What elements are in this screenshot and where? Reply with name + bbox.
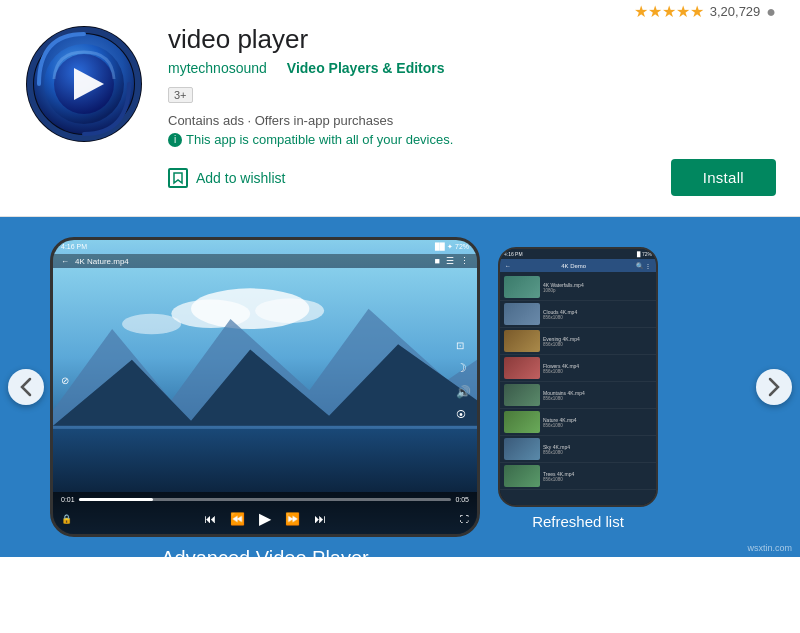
playlist-size-5: 856x1080 — [543, 396, 652, 401]
list-icon: ☰ — [446, 256, 454, 266]
person-icon: ● — [766, 3, 776, 21]
mountain-background — [53, 268, 477, 492]
rewind-icon: ⏪ — [230, 512, 245, 526]
stars: ★ ★ ★ ★ ★ — [634, 2, 704, 21]
back-icon: ← — [61, 257, 69, 266]
time-start: 0:01 — [61, 496, 75, 503]
fullscreen-icon: ⛶ — [460, 514, 469, 524]
screenshots-container: 4:16 PM ▉▉ ✦ 72% ← 4K Nature.mp4 ■ ☰ ⋮ — [0, 217, 800, 557]
progress-bar-container: 0:01 0:05 — [61, 496, 469, 503]
thumb-8 — [504, 465, 540, 487]
more-icon: ⋮ — [460, 256, 469, 266]
sec-time: 4:16 PM — [504, 251, 523, 257]
star-3: ★ — [662, 2, 676, 21]
thumb-1 — [504, 276, 540, 298]
playlist-size-4: 856x1080 — [543, 369, 652, 374]
playlist-info-5: Mountains 4K.mp4 856x1080 — [543, 390, 652, 401]
sec-back: ← — [505, 263, 511, 269]
status-icons: ▉▉ ✦ 72% — [435, 243, 469, 251]
progress-track — [79, 498, 452, 501]
playlist-info-6: Nature 4K.mp4 856x1080 — [543, 417, 652, 428]
screenshot-1: 4:16 PM ▉▉ ✦ 72% ← 4K Nature.mp4 ■ ☰ ⋮ — [50, 237, 480, 537]
thumb-7 — [504, 438, 540, 460]
playlist-info-8: Trees 4K.mp4 856x1080 — [543, 471, 652, 482]
sec-top-bar: ← 4K Demo 🔍 ⋮ — [500, 259, 656, 272]
playlist-item-3: Evening 4K.mp4 856x1080 — [500, 328, 656, 355]
app-page: video player mytechnosound ​ Video Playe… — [0, 0, 800, 633]
svg-rect-14 — [53, 426, 477, 429]
app-icon — [24, 24, 144, 144]
compat-text: This app is compatible with all of your … — [186, 132, 453, 147]
playlist-item-7: Sky 4K.mp4 856x1080 — [500, 436, 656, 463]
skip-back-icon: ⏮ — [204, 512, 216, 526]
age-rating-badge: 3+ — [168, 87, 193, 103]
screenshot-2: 4:16 PM ▉ 72% ← 4K Demo 🔍 ⋮ — [498, 247, 658, 527]
video-top-bar: ← 4K Nature.mp4 ■ ☰ ⋮ — [53, 254, 477, 268]
app-developer-link[interactable]: mytechnosound — [168, 60, 267, 76]
app-info-section: video player mytechnosound ​ Video Playe… — [0, 0, 800, 217]
bottom-actions: Add to wishlist Install — [168, 159, 776, 196]
star-1: ★ — [634, 2, 648, 21]
rating-row: ★ ★ ★ ★ ★ 3,20,729 ● — [634, 2, 776, 21]
app-title: video player — [168, 24, 445, 55]
moon-icon: ☽ — [456, 361, 471, 375]
sec-icons: ▉ 72% — [637, 251, 652, 257]
playlist-info-7: Sky 4K.mp4 856x1080 — [543, 444, 652, 455]
crop-icon: ⊡ — [456, 340, 471, 351]
time-end: 0:05 — [455, 496, 469, 503]
playlist-items: 4K Waterfalls.mp4 1080p Clouds 4K.mp4 85… — [500, 272, 656, 492]
playlist-item-6: Nature 4K.mp4 856x1080 — [500, 409, 656, 436]
video-top-controls: ■ ☰ ⋮ — [435, 256, 469, 266]
status-bar: 4:16 PM ▉▉ ✦ 72% — [53, 240, 477, 254]
sec-title: 4K Demo — [561, 263, 586, 269]
skip-forward-icon: ⏭ — [314, 512, 326, 526]
playlist-info-3: Evening 4K.mp4 856x1080 — [543, 336, 652, 347]
add-to-wishlist-button[interactable]: Add to wishlist — [168, 168, 285, 188]
app-icon-container — [24, 24, 144, 144]
watermark: wsxtin.com — [747, 543, 792, 553]
playlist-size-8: 856x1080 — [543, 477, 652, 482]
volume-icon: 🔊 — [456, 385, 471, 399]
thumb-5 — [504, 384, 540, 406]
rating-section: ★ ★ ★ ★ ★ 3,20,729 ● — [634, 24, 776, 113]
thumb-3 — [504, 330, 540, 352]
thumb-2 — [504, 303, 540, 325]
svg-rect-13 — [53, 426, 477, 492]
playlist-item-5: Mountains 4K.mp4 856x1080 — [500, 382, 656, 409]
app-category-link[interactable]: Video Players & Editors — [287, 60, 445, 76]
playlist-size-6: 856x1080 — [543, 423, 652, 428]
app-details: video player mytechnosound ​ Video Playe… — [168, 24, 776, 196]
rating-count: 3,20,729 — [710, 4, 761, 19]
playlist-info-2: Clouds 4K.mp4 856x1080 — [543, 309, 652, 320]
video-landscape: ⊡ ☽ 🔊 ⦿ ⊘ — [53, 268, 477, 492]
install-button[interactable]: Install — [671, 159, 776, 196]
app-meta-row: mytechnosound ​ Video Players & Editors — [168, 59, 445, 77]
playlist-size-7: 856x1080 — [543, 450, 652, 455]
screenshot-2-caption: Refreshed list — [498, 507, 658, 530]
phone-frame-secondary: 4:16 PM ▉ 72% ← 4K Demo 🔍 ⋮ — [498, 247, 658, 507]
app-compat: i This app is compatible with all of you… — [168, 132, 776, 147]
playlist-info-4: Flowers 4K.mp4 856x1080 — [543, 363, 652, 374]
video-bottom-controls: 0:01 0:05 🔒 ⏮ ⏪ ▶ ⏩ — [53, 492, 477, 534]
thumb-4 — [504, 357, 540, 379]
playlist-item-4: Flowers 4K.mp4 856x1080 — [500, 355, 656, 382]
app-ads-text: Contains ads · Offers in-app purchases — [168, 113, 776, 128]
video-filename: 4K Nature.mp4 — [75, 257, 435, 266]
screenshot-next-button[interactable] — [756, 369, 792, 405]
playlist-info-1: 4K Waterfalls.mp4 1080p — [543, 282, 652, 293]
stop-icon: ■ — [435, 256, 440, 266]
video-right-icons: ⊡ ☽ 🔊 ⦿ — [456, 340, 471, 420]
bookmark-icon — [168, 168, 188, 188]
sec-icons: 🔍 ⋮ — [636, 262, 651, 269]
fast-forward-icon: ⏩ — [285, 512, 300, 526]
phone-frame-main: 4:16 PM ▉▉ ✦ 72% ← 4K Nature.mp4 ■ ☰ ⋮ — [50, 237, 480, 537]
status-time: 4:16 PM — [61, 243, 87, 251]
playback-controls: 🔒 ⏮ ⏪ ▶ ⏩ ⏭ ⛶ — [61, 507, 469, 530]
play-icon: ▶ — [259, 509, 271, 528]
screenshot-prev-button[interactable] — [8, 369, 44, 405]
lock-icon: 🔒 — [61, 514, 72, 524]
wishlist-label: Add to wishlist — [196, 170, 285, 186]
info-icon: i — [168, 133, 182, 147]
phone-screen-main: 4:16 PM ▉▉ ✦ 72% ← 4K Nature.mp4 ■ ☰ ⋮ — [53, 240, 477, 534]
star-4: ★ — [676, 2, 690, 21]
